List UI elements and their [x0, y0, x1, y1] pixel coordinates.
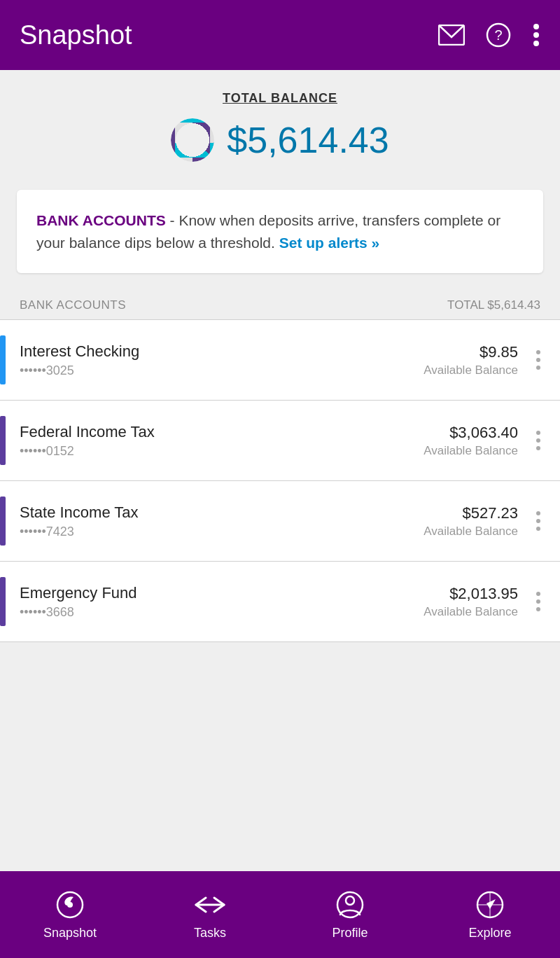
app-header: Snapshot ? — [0, 0, 560, 70]
account-name: Federal Income Tax — [20, 423, 424, 441]
account-balance-label: Available Balance — [424, 525, 518, 539]
account-menu-button[interactable] — [531, 431, 546, 450]
account-balance-section: $3,063.40 Available Balance — [424, 424, 518, 458]
account-info: Interest Checking ••••••3025 — [20, 342, 424, 378]
account-row: Interest Checking ••••••3025 $9.85 Avail… — [0, 320, 560, 400]
nav-label-tasks: Tasks — [194, 926, 226, 940]
account-balance-label: Available Balance — [424, 363, 518, 377]
account-balance: $527.23 — [424, 504, 518, 522]
account-balance: $9.85 — [424, 343, 518, 361]
account-info: State Income Tax ••••••7423 — [20, 504, 424, 539]
account-number: ••••••3025 — [20, 363, 424, 378]
more-menu-icon[interactable] — [532, 23, 540, 47]
accounts-list: Interest Checking ••••••3025 $9.85 Avail… — [0, 320, 560, 642]
account-row: State Income Tax ••••••7423 $527.23 Avai… — [0, 481, 560, 561]
account-menu-button[interactable] — [531, 350, 546, 370]
svg-point-3 — [533, 24, 539, 29]
help-icon[interactable]: ? — [486, 22, 511, 48]
menu-dot — [536, 519, 540, 523]
account-info: Emergency Fund ••••••3668 — [20, 584, 424, 620]
row-divider — [0, 641, 560, 642]
menu-dot — [536, 438, 540, 443]
accounts-section-header: BANK ACCOUNTS TOTAL $5,614.43 — [0, 284, 560, 319]
menu-dot — [536, 599, 540, 604]
setup-alerts-link[interactable]: Set up alerts » — [279, 235, 380, 251]
account-number: ••••••0152 — [20, 444, 424, 459]
account-number: ••••••3668 — [20, 605, 424, 620]
header-icons: ? — [438, 22, 540, 48]
account-row: Federal Income Tax ••••••0152 $3,063.40 … — [0, 401, 560, 480]
account-balance-section: $2,013.95 Available Balance — [424, 585, 518, 619]
tasks-icon — [195, 889, 225, 920]
svg-point-4 — [533, 32, 539, 38]
nav-item-snapshot[interactable]: Snapshot — [0, 889, 140, 940]
account-name: Interest Checking — [20, 342, 424, 361]
balance-circle-icon — [171, 118, 214, 162]
header-title: Snapshot — [20, 20, 438, 50]
info-card-text: BANK ACCOUNTS - Know when deposits arriv… — [36, 212, 500, 251]
svg-point-5 — [533, 41, 539, 46]
account-info: Federal Income Tax ••••••0152 — [20, 423, 424, 459]
accounts-section-label: BANK ACCOUNTS — [20, 298, 126, 312]
total-balance-section: TOTAL BALANCE $5,614.43 — [0, 70, 560, 179]
nav-item-tasks[interactable]: Tasks — [140, 889, 280, 940]
balance-amount: $5,614.43 — [227, 119, 388, 161]
nav-label-profile: Profile — [332, 926, 368, 940]
mail-icon[interactable] — [438, 25, 465, 46]
account-bar-icon — [0, 416, 6, 465]
account-menu-button[interactable] — [531, 511, 546, 531]
account-bar-icon — [0, 497, 6, 546]
svg-text:?: ? — [494, 27, 502, 43]
account-balance-label: Available Balance — [424, 605, 518, 619]
account-number: ••••••7423 — [20, 525, 424, 539]
nav-label-explore: Explore — [468, 926, 511, 940]
svg-point-10 — [346, 896, 354, 905]
bottom-navigation: Snapshot Tasks Profile — [0, 871, 560, 958]
account-row: Emergency Fund ••••••3668 $2,013.95 Avai… — [0, 562, 560, 641]
menu-dot — [536, 527, 540, 531]
total-balance-label: TOTAL BALANCE — [223, 91, 337, 106]
account-balance-section: $527.23 Available Balance — [424, 504, 518, 539]
account-bar-icon — [0, 335, 6, 384]
nav-item-explore[interactable]: Explore — [420, 889, 560, 940]
menu-dot — [536, 511, 540, 515]
nav-item-profile[interactable]: Profile — [280, 889, 420, 940]
main-content: TOTAL BALANCE $5,614.43 BANK ACCOUNTS - … — [0, 70, 560, 871]
account-name: State Income Tax — [20, 504, 424, 522]
menu-dot — [536, 431, 540, 435]
menu-dot — [536, 592, 540, 596]
info-card: BANK ACCOUNTS - Know when deposits arriv… — [17, 190, 543, 273]
account-balance-label: Available Balance — [424, 444, 518, 458]
account-balance: $2,013.95 — [424, 585, 518, 603]
menu-dot — [536, 366, 540, 370]
account-bar-icon — [0, 577, 6, 626]
svg-point-7 — [67, 902, 73, 908]
account-balance-section: $9.85 Available Balance — [424, 343, 518, 377]
menu-dot — [536, 358, 540, 362]
explore-icon — [475, 889, 505, 920]
snapshot-icon — [55, 889, 85, 920]
profile-icon — [335, 889, 365, 920]
menu-dot — [536, 446, 540, 450]
account-name: Emergency Fund — [20, 584, 424, 602]
accounts-section-total: TOTAL $5,614.43 — [447, 298, 540, 312]
info-card-bold: BANK ACCOUNTS — [36, 212, 166, 228]
menu-dot — [536, 350, 540, 354]
balance-row: $5,614.43 — [171, 118, 388, 162]
account-menu-button[interactable] — [531, 592, 546, 611]
nav-label-snapshot: Snapshot — [43, 926, 97, 940]
menu-dot — [536, 607, 540, 611]
account-balance: $3,063.40 — [424, 424, 518, 442]
